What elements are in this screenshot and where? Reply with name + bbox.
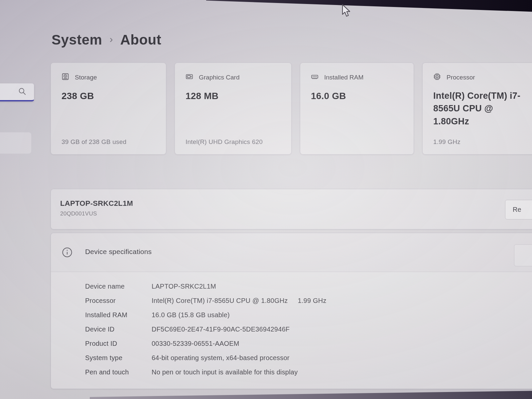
graphics-detail: Intel(R) UHD Graphics 620 xyxy=(186,138,263,146)
card-title: Installed RAM xyxy=(324,74,363,81)
table-row: Device ID DF5C69E0-2E47-41F9-90AC-5DE369… xyxy=(51,322,532,336)
spec-label: System type xyxy=(85,354,152,362)
specs-title: Device specifications xyxy=(85,248,152,256)
spec-label: Device ID xyxy=(85,326,152,333)
sidebar-item-fragment[interactable] xyxy=(0,132,31,154)
ram-value: 16.0 GB xyxy=(311,89,405,103)
spec-value-extra: 1.99 GHz xyxy=(298,297,327,305)
breadcrumb-system[interactable]: System xyxy=(52,32,102,48)
device-specifications-header[interactable]: Device specifications xyxy=(51,233,532,272)
device-name-panel: LAPTOP-SRKC2L1M 20QD001VUS Re xyxy=(51,189,532,229)
spec-label: Device name xyxy=(85,283,152,290)
spec-label: Processor xyxy=(85,297,152,305)
card-title: Graphics Card xyxy=(199,74,240,81)
table-row: Pen and touch No pen or touch input is a… xyxy=(51,365,532,379)
page-title: About xyxy=(120,32,161,48)
spec-label: Pen and touch xyxy=(85,368,152,376)
card-title: Processor xyxy=(447,74,475,81)
device-name: LAPTOP-SRKC2L1M xyxy=(60,199,133,208)
spec-value: 64-bit operating system, x64-based proce… xyxy=(152,354,290,362)
storage-icon xyxy=(62,73,69,82)
table-row: Installed RAM 16.0 GB (15.8 GB usable) xyxy=(51,308,532,322)
table-row: System type 64-bit operating system, x64… xyxy=(51,351,532,365)
copy-button[interactable] xyxy=(514,244,532,266)
spec-value: 16.0 GB (15.8 GB usable) xyxy=(152,311,230,319)
breadcrumb: System › About xyxy=(52,32,161,48)
spec-value: No pen or touch input is available for t… xyxy=(152,368,298,376)
processor-detail: 1.99 GHz xyxy=(433,138,461,146)
storage-value: 238 GB xyxy=(62,89,157,103)
processor-value: Intel(R) Core(TM) i7-8565U CPU @ 1.80GHz xyxy=(433,89,527,128)
summary-cards: Storage 238 GB 39 GB of 238 GB used Grap… xyxy=(51,63,532,155)
graphics-value: 128 MB xyxy=(186,89,283,103)
settings-window: System › About xyxy=(0,0,532,399)
processor-icon xyxy=(433,73,441,82)
device-specifications-panel: Device specifications Device name LAPTOP… xyxy=(51,233,532,389)
spec-label: Installed RAM xyxy=(85,311,152,319)
rename-pc-button[interactable]: Re xyxy=(505,200,532,219)
info-icon xyxy=(62,247,72,259)
storage-card: Storage 238 GB 39 GB of 238 GB used xyxy=(51,63,166,155)
specs-table: Device name LAPTOP-SRKC2L1M Processor In… xyxy=(51,272,532,389)
graphics-card-card: Graphics Card 128 MB Intel(R) UHD Graphi… xyxy=(175,63,292,155)
storage-detail: 39 GB of 238 GB used xyxy=(62,138,126,146)
spec-value: 00330-52339-06551-AAOEM xyxy=(152,340,239,347)
table-row: Device name LAPTOP-SRKC2L1M xyxy=(51,279,532,294)
spec-label: Product ID xyxy=(85,340,152,347)
table-row: Processor Intel(R) Core(TM) i7-8565U CPU… xyxy=(51,294,532,308)
ram-icon xyxy=(311,73,319,82)
spec-value: LAPTOP-SRKC2L1M xyxy=(152,283,216,290)
table-row: Product ID 00330-52339-06551-AAOEM xyxy=(51,336,532,351)
installed-ram-card: Installed RAM 16.0 GB xyxy=(300,63,414,155)
breadcrumb-chevron-icon: › xyxy=(102,34,120,46)
processor-card: Processor Intel(R) Core(TM) i7-8565U CPU… xyxy=(422,63,532,155)
card-title: Storage xyxy=(75,74,97,81)
spec-value: DF5C69E0-2E47-41F9-90AC-5DE36942946F xyxy=(152,326,290,333)
graphics-card-icon xyxy=(186,73,193,82)
spec-value: Intel(R) Core(TM) i7-8565U CPU @ 1.80GHz xyxy=(152,297,288,305)
device-model: 20QD001VUS xyxy=(60,210,97,217)
search-input[interactable] xyxy=(0,83,34,101)
